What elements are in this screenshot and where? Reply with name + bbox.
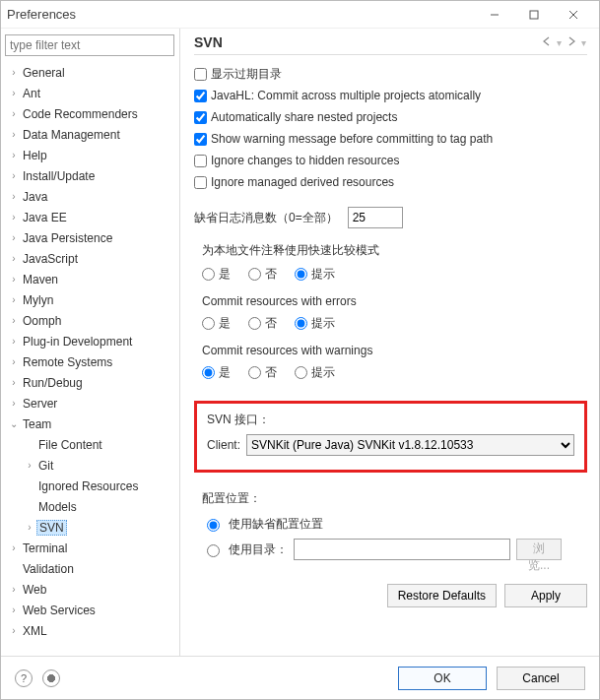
chevron-right-icon[interactable]: › (7, 170, 21, 181)
checkbox-input[interactable] (194, 90, 207, 102)
chevron-right-icon[interactable]: › (7, 398, 21, 409)
chevron-right-icon[interactable]: › (7, 315, 21, 326)
tree-item-remote-systems[interactable]: ›Remote Systems (5, 351, 175, 372)
config-default-row[interactable]: 使用缺省配置位置 (202, 511, 587, 537)
tree-item-help[interactable]: ›Help (5, 145, 175, 165)
chevron-right-icon[interactable]: › (7, 584, 21, 595)
tree-item-web-services[interactable]: ›Web Services (5, 600, 175, 620)
radio-no[interactable]: 否 (248, 364, 277, 381)
chevron-right-icon[interactable]: › (7, 88, 21, 98)
checkbox-input[interactable] (194, 155, 207, 167)
tree-item-team[interactable]: ⌄Team (5, 414, 175, 434)
checkbox-input[interactable] (194, 111, 207, 124)
svn-interface-box: SVN 接口： Client: SVNKit (Pure Java) SVNKi… (194, 401, 587, 473)
config-dir-row[interactable]: 使用目录： 浏览... (202, 537, 587, 562)
chevron-right-icon[interactable]: › (23, 460, 36, 471)
tree-item-javascript[interactable]: ›JavaScript (5, 248, 175, 269)
tree-item-git[interactable]: ›Git (5, 455, 175, 476)
checkbox-input[interactable] (194, 133, 207, 146)
radio-no[interactable]: 否 (248, 315, 277, 332)
tree-item-java-ee[interactable]: ›Java EE (5, 207, 175, 227)
close-button[interactable] (554, 1, 593, 29)
tree-item-file-content[interactable]: File Content (5, 434, 175, 455)
tree-item-maven[interactable]: ›Maven (5, 269, 175, 289)
chevron-right-icon[interactable]: › (7, 108, 21, 119)
tree-item-java[interactable]: ›Java (5, 186, 175, 207)
record-icon[interactable] (42, 669, 60, 687)
tree-item-mylyn[interactable]: ›Mylyn (5, 289, 175, 310)
tree-item-run-debug[interactable]: ›Run/Debug (5, 372, 175, 393)
default-log-input[interactable] (348, 207, 403, 228)
chevron-right-icon[interactable]: › (7, 150, 21, 160)
radio-use-dir[interactable] (207, 544, 220, 557)
checkbox-auto-share[interactable]: Automatically share nested projects (194, 106, 587, 128)
chevron-right-icon[interactable]: › (7, 191, 21, 202)
chevron-right-icon[interactable]: › (7, 253, 21, 264)
preferences-tree[interactable]: ›General›Ant›Code Recommenders›Data Mana… (5, 62, 175, 641)
chevron-right-icon[interactable]: › (7, 542, 21, 553)
checkbox-ignore-hidden[interactable]: Ignore changes to hidden resources (194, 150, 587, 171)
radio-yes[interactable]: 是 (202, 364, 231, 381)
radio-prompt[interactable]: 提示 (295, 315, 335, 332)
tree-item-terminal[interactable]: ›Terminal (5, 538, 175, 558)
chevron-right-icon[interactable]: › (7, 274, 21, 285)
ok-button[interactable]: OK (398, 667, 487, 690)
checkbox-show-outdated[interactable]: 显示过期目录 (194, 63, 587, 85)
tree-item-code-recommenders[interactable]: ›Code Recommenders (5, 103, 175, 124)
tree-item-general[interactable]: ›General (5, 62, 175, 83)
chevron-down-icon[interactable]: ⌄ (7, 418, 21, 429)
tree-item-models[interactable]: Models (5, 496, 175, 517)
radio-no[interactable]: 否 (248, 266, 277, 283)
tree-item-plug-in-development[interactable]: ›Plug-in Development (5, 331, 175, 351)
tree-item-xml[interactable]: ›XML (5, 620, 175, 641)
chevron-right-icon[interactable]: › (7, 67, 21, 78)
tree-item-oomph[interactable]: ›Oomph (5, 310, 175, 331)
cancel-button[interactable]: Cancel (497, 667, 585, 690)
apply-button[interactable]: Apply (504, 584, 587, 607)
chevron-right-icon[interactable]: › (7, 232, 21, 243)
back-button[interactable] (540, 35, 554, 50)
chevron-right-icon[interactable]: › (7, 356, 21, 367)
radio-yes[interactable]: 是 (202, 315, 231, 332)
radio-yes[interactable]: 是 (202, 266, 231, 283)
tree-item-web[interactable]: ›Web (5, 579, 175, 600)
minimize-button[interactable] (475, 1, 514, 29)
maximize-button[interactable] (514, 1, 554, 29)
page-header: SVN ▾ ▾ (194, 34, 587, 55)
radio-prompt[interactable]: 提示 (295, 364, 335, 381)
checkbox-warn-tag[interactable]: Show warning message before committing t… (194, 128, 587, 150)
nav-dropdown-icon[interactable]: ▾ (581, 37, 586, 48)
nav-dropdown-icon[interactable]: ▾ (557, 37, 562, 48)
chevron-right-icon[interactable]: › (7, 625, 21, 636)
chevron-right-icon[interactable]: › (7, 129, 21, 140)
tree-item-server[interactable]: ›Server (5, 393, 175, 414)
chevron-right-icon[interactable]: › (7, 605, 21, 615)
chevron-right-icon[interactable]: › (7, 294, 21, 305)
checkbox-input[interactable] (194, 68, 207, 81)
tree-item-label: Remote Systems (21, 355, 112, 369)
restore-defaults-button[interactable]: Restore Defaults (387, 584, 497, 607)
tree-item-install-update[interactable]: ›Install/Update (5, 165, 175, 186)
svn-interface-label: SVN 接口： (207, 412, 574, 428)
tree-item-svn[interactable]: ›SVN (5, 517, 175, 538)
tree-item-data-management[interactable]: ›Data Management (5, 124, 175, 145)
tree-item-java-persistence[interactable]: ›Java Persistence (5, 227, 175, 248)
client-select[interactable]: SVNKit (Pure Java) SVNKit v1.8.12.10533 (246, 434, 574, 456)
checkbox-ignore-derived[interactable]: Ignore managed derived resources (194, 171, 587, 193)
config-dir-input[interactable] (294, 539, 510, 560)
forward-button[interactable] (565, 35, 578, 50)
tree-item-validation[interactable]: Validation (5, 558, 175, 579)
chevron-right-icon[interactable]: › (7, 212, 21, 223)
help-icon[interactable]: ? (15, 669, 33, 687)
tree-item-ignored-resources[interactable]: Ignored Resources (5, 476, 175, 496)
chevron-right-icon[interactable]: › (7, 377, 21, 388)
checkbox-javahl[interactable]: JavaHL: Commit across multiple projects … (194, 85, 587, 106)
filter-input[interactable] (5, 34, 174, 56)
radio-prompt[interactable]: 提示 (295, 266, 335, 283)
radio-default-config[interactable] (207, 519, 220, 532)
tree-item-ant[interactable]: ›Ant (5, 83, 175, 103)
chevron-right-icon[interactable]: › (23, 522, 36, 533)
checkbox-input[interactable] (194, 176, 207, 189)
browse-button[interactable]: 浏览... (516, 539, 562, 560)
chevron-right-icon[interactable]: › (7, 336, 21, 347)
